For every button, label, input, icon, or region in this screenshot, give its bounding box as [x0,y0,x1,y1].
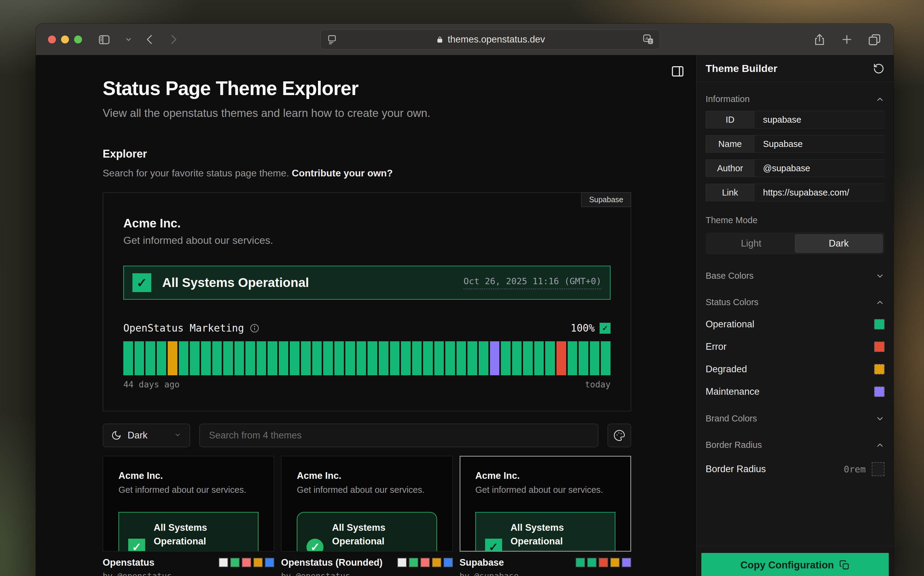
info-icon[interactable] [249,323,260,333]
section-status-colors[interactable]: Status Colors [706,297,884,307]
uptime-bar-operational[interactable] [157,341,167,375]
uptime-bar-operational[interactable] [290,341,299,375]
uptime-bar-operational[interactable] [368,341,377,375]
uptime-bar-operational[interactable] [223,341,233,375]
uptime-bar-operational[interactable] [468,341,477,375]
uptime-bar-operational[interactable] [534,341,544,375]
share-button[interactable] [813,33,826,46]
uptime-bar-operational[interactable] [357,341,366,375]
uptime-bar-operational[interactable] [512,341,522,375]
theme-color-swatch [610,558,620,567]
random-theme-button[interactable] [607,424,631,447]
copy-configuration-button[interactable]: Copy Configuration [701,553,889,576]
uptime-bar-operational[interactable] [257,341,266,375]
theme-color-swatch [242,558,251,567]
uptime-bar-operational[interactable] [401,341,411,375]
uptime-bar-operational[interactable] [390,341,400,375]
uptime-bar-operational[interactable] [135,341,144,375]
section-base-colors[interactable]: Base Colors [706,271,884,281]
tab-overview-button[interactable] [868,32,881,46]
color-label: Operational [706,319,754,330]
uptime-bar-operational[interactable] [501,341,511,375]
uptime-bar-operational[interactable] [234,341,244,375]
page-title: Status Page Theme Explorer [102,77,631,99]
uptime-bar-operational[interactable] [212,341,222,375]
uptime-bar-operational[interactable] [323,341,333,375]
theme-card-openstatus[interactable]: Acme Inc. Get informed about our service… [102,456,274,552]
uptime-bar-operational[interactable] [123,341,133,375]
minimize-window-button[interactable] [61,35,69,43]
uptime-bar-operational[interactable] [456,341,466,375]
status-page-preview-card: Supabase Acme Inc. Get informed about ou… [102,192,631,411]
theme-panel-toggle-button[interactable] [671,64,685,79]
uptime-bars[interactable] [123,341,610,375]
theme-card-openstatus-rounded[interactable]: Acme Inc. Get informed about our service… [281,456,453,552]
theme-mode-value: Dark [128,430,147,441]
uptime-bar-operational[interactable] [201,341,211,375]
forward-button[interactable] [167,33,180,46]
contribute-link[interactable]: Contribute your own? [292,168,393,179]
theme-author: by @openstatus [102,571,172,576]
section-border-radius[interactable]: Border Radius [706,440,884,450]
uptime-bar-operational[interactable] [601,341,610,375]
uptime-bar-operational[interactable] [301,341,311,375]
uptime-bar-operational[interactable] [179,341,189,375]
card-company-tagline: Get informed about our services. [476,485,615,495]
uptime-bar-operational[interactable] [335,341,344,375]
moon-icon [111,430,122,441]
uptime-bar-operational[interactable] [545,341,555,375]
range-start-label: 44 days ago [123,379,179,390]
uptime-bar-operational[interactable] [190,341,200,375]
reset-theme-button[interactable] [873,63,884,74]
uptime-bar-operational[interactable] [245,341,255,375]
error-color-picker[interactable] [874,342,884,352]
degraded-color-picker[interactable] [874,364,884,374]
uptime-bar-operational[interactable] [523,341,533,375]
theme-card-supabase-selected[interactable]: Acme Inc. Get informed about our service… [460,456,631,552]
maintenance-color-picker[interactable] [874,387,884,397]
close-window-button[interactable] [48,35,56,43]
uptime-bar-operational[interactable] [423,341,433,375]
theme-color-swatch [397,558,407,567]
author-field[interactable] [754,160,886,177]
link-field[interactable] [754,184,886,201]
uptime-bar-operational[interactable] [590,341,600,375]
uptime-bar-operational[interactable] [267,341,277,375]
operational-color-picker[interactable] [874,319,884,330]
light-mode-option[interactable]: Light [708,234,795,253]
section-label: Brand Colors [706,414,757,424]
uptime-bar-error[interactable] [556,341,566,375]
uptime-bar-operational[interactable] [312,341,322,375]
theme-color-swatch [444,558,453,567]
theme-name: Openstatus [102,557,172,568]
back-button[interactable] [143,33,156,46]
id-field[interactable] [754,111,886,128]
uptime-bar-degraded[interactable] [168,341,178,375]
uptime-bar-operational[interactable] [412,341,422,375]
border-radius-input[interactable] [872,462,884,476]
uptime-bar-operational[interactable] [445,341,455,375]
uptime-bar-operational[interactable] [568,341,577,375]
zoom-window-button[interactable] [74,35,82,43]
name-field[interactable] [754,135,886,152]
address-bar[interactable]: themes.openstatus.dev A 文 [320,29,660,50]
uptime-bar-operational[interactable] [146,341,155,375]
uptime-bar-operational[interactable] [279,341,288,375]
browser-sidebar-toggle-button[interactable] [98,33,110,46]
theme-mode-dropdown[interactable]: Dark [102,424,190,447]
theme-search-input[interactable] [209,430,589,441]
uptime-bar-operational[interactable] [579,341,588,375]
uptime-bar-operational[interactable] [434,341,444,375]
section-information[interactable]: Information [706,94,884,104]
uptime-bar-maintenance[interactable] [490,341,500,375]
uptime-bar-operational[interactable] [345,341,355,375]
dark-mode-option[interactable]: Dark [795,234,883,253]
tabs-icon [868,32,881,46]
uptime-percentage: 100% [571,322,595,334]
section-brand-colors[interactable]: Brand Colors [706,414,884,424]
uptime-bar-operational[interactable] [479,341,488,375]
uptime-bar-operational[interactable] [379,341,389,375]
reset-icon [873,63,884,74]
sidebar-menu-chevron[interactable] [125,35,133,43]
new-tab-button[interactable] [840,33,854,46]
